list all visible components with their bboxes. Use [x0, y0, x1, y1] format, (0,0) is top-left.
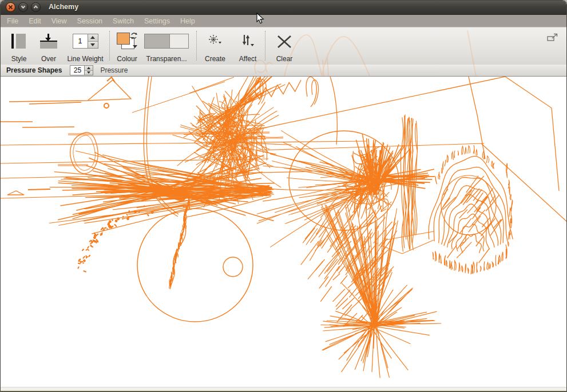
line-weight-up-button[interactable]: [88, 34, 98, 41]
minimize-button[interactable]: [18, 2, 28, 12]
over-button[interactable]: Over: [36, 32, 61, 49]
pressure-down-button[interactable]: [85, 70, 93, 75]
transparency-fill: [145, 34, 170, 48]
swap-colours-icon: [130, 33, 138, 39]
menu-edit[interactable]: Edit: [23, 17, 46, 25]
menu-view[interactable]: View: [46, 17, 72, 25]
line-weight-value[interactable]: 1: [73, 34, 88, 49]
chevron-up-icon: [33, 4, 39, 10]
create-button[interactable]: Create: [201, 32, 229, 51]
menu-file[interactable]: File: [2, 17, 23, 25]
toolbar-separator: [109, 31, 110, 61]
transparency-slider[interactable]: [144, 34, 189, 49]
create-sparkle-icon: [208, 34, 222, 48]
line-weight-down-button[interactable]: [88, 41, 98, 49]
module-title: Pressure Shapes: [6, 66, 62, 74]
colour-label: Colour: [117, 55, 137, 63]
style-button[interactable]: Style: [7, 32, 30, 49]
close-icon: [8, 5, 13, 10]
toolbar-separator: [265, 31, 265, 61]
down-arrow-icon: [90, 43, 95, 46]
up-arrow-icon: [90, 36, 95, 39]
pressure-up-button[interactable]: [85, 66, 93, 70]
over-label: Over: [41, 55, 56, 63]
down-arrow-icon: [87, 71, 90, 74]
line-weight-control: 1 Line Weight: [65, 32, 106, 49]
clear-x-icon: [276, 35, 292, 50]
affect-arrows-icon: [240, 34, 255, 49]
transparency-control[interactable]: Transparen...: [141, 32, 192, 49]
style-icon: [11, 33, 26, 49]
chevron-down-icon: [20, 4, 26, 10]
detach-toolbar-icon[interactable]: [547, 33, 558, 41]
style-label: Style: [11, 55, 27, 63]
pressure-param-label: Pressure: [100, 66, 128, 74]
titlebar: Alchemy: [1, 1, 566, 15]
module-toolbar: Pressure Shapes 25 Pressure: [1, 65, 566, 77]
transparency-label: Transparen...: [146, 55, 187, 63]
over-icon: [39, 33, 58, 49]
line-weight-label: Line Weight: [67, 55, 103, 63]
create-label: Create: [205, 55, 225, 63]
clear-button[interactable]: Clear: [272, 32, 297, 50]
line-weight-spinner[interactable]: 1: [73, 34, 98, 49]
alchemy-window: Alchemy File Edit View Session Switch Se…: [0, 0, 567, 392]
menubar: File Edit View Session Switch Settings H…: [1, 15, 566, 27]
menu-session[interactable]: Session: [72, 17, 108, 25]
pressure-spinner[interactable]: 25: [70, 65, 93, 75]
drawing-canvas[interactable]: [1, 77, 567, 387]
artwork: [1, 77, 567, 387]
window-controls: [6, 2, 41, 12]
affect-button[interactable]: Affect: [234, 32, 261, 51]
menu-switch[interactable]: Switch: [108, 17, 139, 25]
pressure-value[interactable]: 25: [70, 65, 84, 75]
colour-dropdown-icon: [133, 45, 137, 48]
colour-swatch-icon: [116, 33, 138, 50]
menu-settings[interactable]: Settings: [139, 17, 175, 25]
up-arrow-icon: [87, 67, 90, 69]
maximize-button[interactable]: [31, 2, 41, 12]
affect-label: Affect: [239, 55, 256, 63]
toolbar-separator: [196, 31, 197, 61]
clear-label: Clear: [276, 55, 293, 63]
toolbar: Style Over 1 Line Weight: [1, 27, 566, 65]
close-button[interactable]: [6, 2, 15, 12]
menu-help[interactable]: Help: [175, 17, 200, 25]
window-title: Alchemy: [49, 3, 78, 11]
colour-button[interactable]: Colour: [114, 32, 140, 50]
